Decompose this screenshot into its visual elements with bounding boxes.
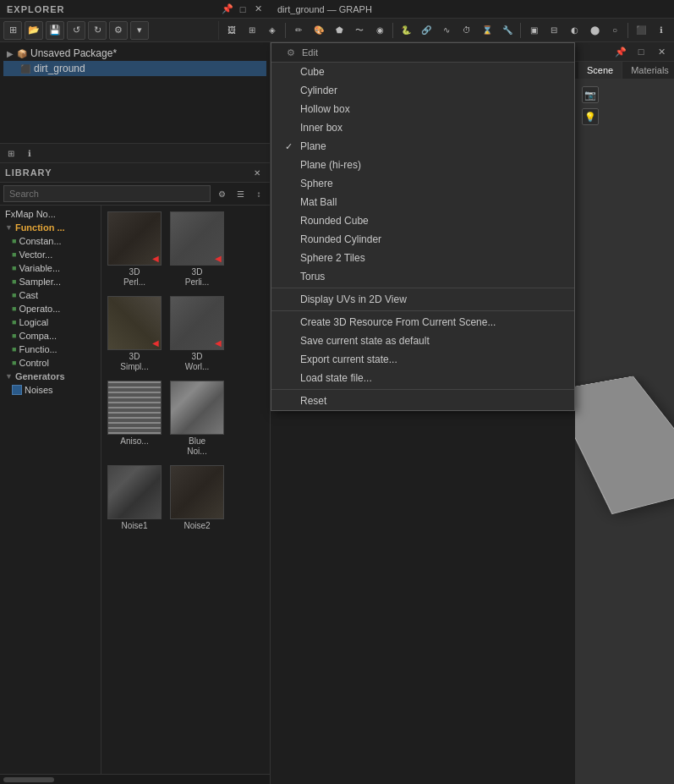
menu-item-rounded-cube[interactable]: Rounded Cube	[271, 211, 574, 230]
toolbar-settings[interactable]: ⚙	[109, 21, 128, 40]
menu-item-cube[interactable]: Cube	[271, 63, 574, 81]
toolbar-sep-1	[285, 23, 286, 38]
menu-item-sphere[interactable]: Sphere	[271, 174, 574, 193]
menu-item-export-state[interactable]: Export current state...	[271, 350, 574, 369]
graph-btn-wrench[interactable]: 🔧	[498, 21, 517, 40]
lib-section-generators[interactable]: ▼ Generators	[0, 370, 101, 383]
menu-item-reset[interactable]: Reset	[271, 392, 574, 410]
tab-scene[interactable]: Scene	[578, 62, 622, 79]
grid-item-noise1[interactable]: Noise1	[105, 463, 164, 534]
graph-btn-wave[interactable]: 〜	[350, 21, 369, 40]
search-filter-icon[interactable]: ⚙	[214, 186, 229, 201]
menu-item-inner-box[interactable]: Inner box	[271, 118, 574, 137]
viewport-maximize-icon[interactable]: □	[633, 44, 649, 59]
lib-item-function[interactable]: ▼ Function ...	[0, 221, 101, 234]
lib-item-operator[interactable]: ■ Operato...	[0, 302, 101, 315]
menu-item-save-default[interactable]: Save current state as default	[271, 332, 574, 350]
graph-btn-shader[interactable]: ◉	[370, 21, 389, 40]
toolbar-new[interactable]: ⊞	[3, 21, 22, 40]
section-add-icon[interactable]: ⊞	[3, 145, 19, 161]
graph-btn-python[interactable]: 🐍	[397, 21, 415, 40]
lib-item-cast-label: Cast	[19, 290, 38, 300]
graph-btn-sphere[interactable]: ⬤	[585, 21, 604, 40]
graph-btn-info[interactable]: ℹ	[652, 21, 671, 40]
lib-item-cast[interactable]: ■ Cast	[0, 288, 101, 302]
graph-btn-node[interactable]: ◈	[263, 21, 282, 40]
lib-item-variable[interactable]: ■ Variable...	[0, 261, 101, 275]
package-item[interactable]: ▶ 📦 Unsaved Package*	[3, 46, 266, 61]
lib-item-function2[interactable]: ■ Functio...	[0, 343, 101, 356]
menu-item-sphere-2-tiles[interactable]: Sphere 2 Tiles	[271, 249, 574, 267]
tab-materials[interactable]: Materials	[622, 62, 674, 79]
menu-check-reset	[285, 396, 295, 406]
menu-item-create-3d[interactable]: Create 3D Resource From Current Scene...	[271, 313, 574, 332]
viewport-area[interactable]: 📷 💡	[575, 79, 674, 784]
menu-label-rounded-cube: Rounded Cube	[300, 215, 369, 227]
library-search-bar: ⚙ ☰ ↕	[0, 183, 270, 206]
grid-item-3d-worl[interactable]: ◀ 3DWorl...	[167, 293, 227, 375]
menu-item-torus[interactable]: Torus	[271, 267, 574, 286]
graph-btn-circle[interactable]: ○	[606, 21, 624, 40]
lib-item-vector[interactable]: ■ Vector...	[0, 248, 101, 261]
graph-btn-fill[interactable]: ⬟	[330, 21, 348, 40]
toolbar-redo[interactable]: ↻	[88, 21, 107, 40]
menu-item-cylinder[interactable]: Cylinder	[271, 81, 574, 100]
search-sort-icon[interactable]: ↕	[251, 186, 266, 201]
badge-3d-perl2: ◀	[215, 254, 222, 263]
toolbar-more[interactable]: ▾	[130, 21, 149, 40]
menu-check-cube	[285, 67, 295, 77]
menu-item-rounded-cylinder[interactable]: Rounded Cylinder	[271, 230, 574, 249]
graph-btn-image[interactable]: 🖼	[222, 21, 241, 40]
menu-item-mat-ball[interactable]: Mat Ball	[271, 193, 574, 211]
grid-item-aniso[interactable]: Aniso...	[105, 378, 164, 459]
thumb-aniso	[107, 381, 162, 435]
graph-btn-extra[interactable]: ⬛	[632, 21, 650, 40]
graph-btn-split[interactable]: ⊟	[545, 21, 563, 40]
menu-item-hollow-box[interactable]: Hollow box	[271, 100, 574, 118]
thumb-blue-noi	[170, 381, 224, 435]
menu-item-display-uvs[interactable]: Display UVs in 2D View	[271, 290, 574, 309]
menu-item-load-state[interactable]: Load state file...	[271, 369, 574, 387]
menu-item-plane-hires[interactable]: Plane (hi-res)	[271, 156, 574, 174]
graph-btn-history[interactable]: ⌛	[478, 21, 496, 40]
lib-item-noises[interactable]: Noises	[0, 383, 101, 397]
bottom-scrollbar[interactable]	[0, 774, 270, 784]
toolbar-sep-2	[392, 23, 393, 38]
graph-btn-link[interactable]: 🔗	[417, 21, 436, 40]
lib-item-constant[interactable]: ■ Constan...	[0, 234, 101, 248]
menu-check-torus	[285, 271, 295, 282]
lib-item-sampler[interactable]: ■ Sampler...	[0, 275, 101, 288]
library-close-btn[interactable]: ✕	[249, 165, 265, 180]
viewport-close-icon[interactable]: ✕	[654, 44, 669, 59]
viewport-pin-icon[interactable]: 📌	[613, 44, 628, 59]
graph-btn-curve[interactable]: ∿	[437, 21, 456, 40]
file-item[interactable]: ⬛ dirt_ground	[3, 61, 266, 76]
graph-btn-clock[interactable]: ⏱	[458, 21, 476, 40]
section-info-icon[interactable]: ℹ	[22, 145, 37, 161]
lib-item-compare-label: Compa...	[19, 331, 57, 341]
grid-item-3d-simpl[interactable]: ◀ 3DSimpl...	[105, 293, 164, 375]
pin-icon[interactable]: 📌	[222, 3, 233, 15]
toolbar-undo[interactable]: ↺	[67, 21, 85, 40]
graph-btn-view[interactable]: ▣	[524, 21, 543, 40]
graph-btn-paint[interactable]: 🎨	[310, 21, 328, 40]
lib-item-fxmap[interactable]: FxMap No...	[0, 207, 101, 221]
search-view-icon[interactable]: ☰	[233, 186, 248, 201]
toolbar-open[interactable]: 📂	[25, 21, 43, 40]
grid-item-blue-noi[interactable]: BlueNoi...	[167, 378, 227, 459]
maximize-icon[interactable]: □	[237, 3, 249, 15]
close-icon[interactable]: ✕	[252, 3, 264, 15]
grid-item-3d-perl2[interactable]: ◀ 3DPerli...	[167, 209, 227, 290]
grid-item-3d-perl1[interactable]: ◀ 3DPerl...	[105, 209, 164, 290]
grid-item-noise2[interactable]: Noise2	[167, 463, 227, 534]
lib-item-logical[interactable]: ■ Logical	[0, 315, 101, 329]
graph-title: dirt_ground — GRAPH	[277, 4, 372, 14]
graph-btn-grid[interactable]: ⊞	[243, 21, 261, 40]
lib-item-compare[interactable]: ■ Compa...	[0, 329, 101, 343]
graph-btn-pen[interactable]: ✏	[289, 21, 308, 40]
toolbar-save[interactable]: 💾	[46, 21, 64, 40]
graph-btn-material[interactable]: ◐	[565, 21, 584, 40]
search-input[interactable]	[3, 185, 211, 202]
menu-item-plane[interactable]: ✓ Plane	[271, 137, 574, 156]
lib-item-control[interactable]: ■ Control	[0, 356, 101, 370]
